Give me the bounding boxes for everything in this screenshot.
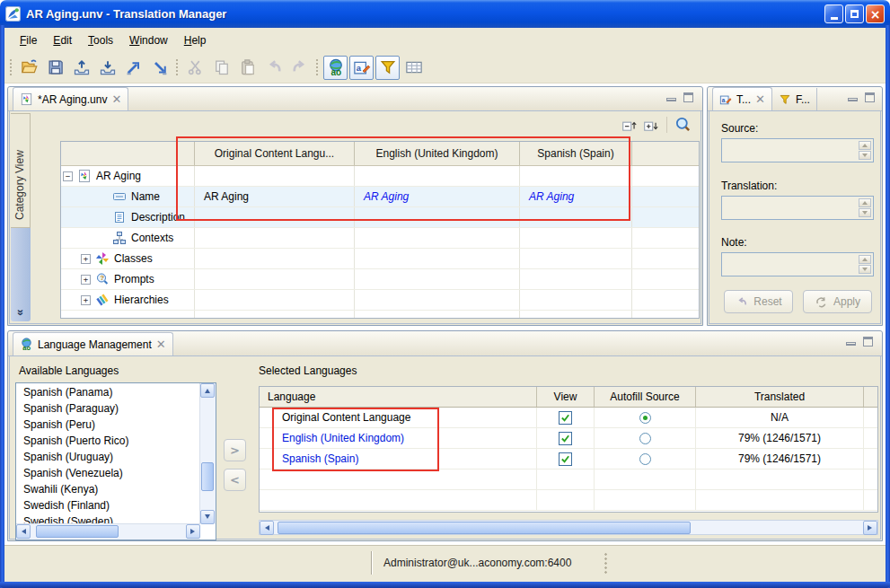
column-header-spanish[interactable]: Spanish (Spain) bbox=[519, 142, 631, 165]
tab-text-editor[interactable]: a T... ✕ bbox=[712, 87, 772, 110]
cell-original[interactable] bbox=[194, 166, 354, 186]
cell-original[interactable] bbox=[194, 269, 354, 289]
cell-english[interactable] bbox=[354, 249, 519, 268]
spin-down-icon[interactable] bbox=[859, 265, 871, 274]
menu-tools[interactable]: Tools bbox=[80, 31, 121, 49]
source-field-spinner[interactable] bbox=[859, 141, 871, 160]
spin-up-icon[interactable] bbox=[859, 255, 871, 264]
expand-toggle-icon[interactable]: + bbox=[81, 295, 91, 305]
column-header-translated[interactable]: Translated bbox=[695, 387, 863, 407]
scroll-right-button[interactable] bbox=[186, 524, 200, 539]
toolbar-grip[interactable] bbox=[9, 57, 13, 77]
menu-edit[interactable]: Edit bbox=[45, 31, 80, 49]
maximize-panel-icon[interactable] bbox=[863, 337, 873, 347]
cell-spanish[interactable] bbox=[519, 228, 631, 248]
tree-cell[interactable]: Description bbox=[61, 207, 194, 227]
toolbar-grip[interactable] bbox=[175, 57, 180, 77]
paste-button[interactable] bbox=[235, 56, 260, 80]
cell-english[interactable] bbox=[354, 269, 519, 289]
expand-toggle-icon[interactable]: + bbox=[81, 254, 91, 264]
close-icon[interactable]: ✕ bbox=[111, 93, 121, 105]
grid-view-button[interactable] bbox=[401, 56, 426, 80]
list-horizontal-scrollbar[interactable] bbox=[16, 523, 200, 540]
cell-original[interactable] bbox=[194, 249, 354, 268]
list-item-language[interactable]: Spanish (Panama) bbox=[17, 384, 199, 400]
export-arrow-button[interactable] bbox=[121, 56, 145, 80]
scroll-left-button[interactable] bbox=[16, 524, 31, 539]
collapse-toggle-icon[interactable]: − bbox=[63, 171, 73, 181]
close-icon[interactable]: ✕ bbox=[156, 338, 166, 350]
list-vertical-scrollbar[interactable] bbox=[199, 383, 216, 524]
tree-cell[interactable]: − AR Aging bbox=[61, 166, 194, 186]
list-item-language[interactable]: Spanish (Peru) bbox=[17, 417, 199, 433]
tree-cell[interactable]: + Hierarchies bbox=[61, 290, 194, 310]
reset-button[interactable]: Reset bbox=[724, 290, 793, 313]
note-field[interactable] bbox=[721, 252, 874, 276]
cell-language[interactable]: Spanish (Spain) bbox=[260, 449, 536, 469]
add-language-button[interactable]: > bbox=[224, 439, 246, 461]
cell-language[interactable]: Original Content Language bbox=[260, 408, 536, 427]
source-field[interactable] bbox=[721, 138, 874, 162]
toolbar-grip[interactable] bbox=[315, 57, 320, 77]
tree-cell[interactable]: + ? Prompts bbox=[61, 269, 194, 289]
collapse-category-view-icon[interactable]: « bbox=[13, 304, 28, 320]
expand-toggle-icon[interactable]: + bbox=[81, 275, 91, 285]
cell-english[interactable]: AR Aging bbox=[354, 187, 519, 206]
cell-english[interactable] bbox=[354, 290, 519, 310]
open-folder-button[interactable] bbox=[17, 56, 41, 80]
translation-editor-toggle-button[interactable]: a bbox=[349, 56, 374, 80]
editor-tab-ar-aging[interactable]: *AR Aging.unv ✕ bbox=[13, 87, 128, 110]
cell-original[interactable] bbox=[194, 228, 354, 248]
autofill-radio-unselected[interactable] bbox=[639, 433, 651, 444]
spin-up-icon[interactable] bbox=[859, 198, 871, 207]
list-item-language[interactable]: Swedish (Sweden) bbox=[17, 513, 199, 523]
scrollbar-thumb[interactable] bbox=[36, 525, 119, 538]
translation-field-spinner[interactable] bbox=[859, 198, 871, 217]
autofill-radio-selected[interactable] bbox=[639, 412, 651, 424]
window-close-button[interactable]: × bbox=[866, 4, 885, 23]
note-field-spinner[interactable] bbox=[859, 255, 871, 274]
minimize-panel-icon[interactable] bbox=[846, 342, 856, 346]
minimize-panel-icon[interactable] bbox=[666, 98, 676, 101]
maximize-panel-icon[interactable] bbox=[865, 92, 875, 102]
tree-cell[interactable]: Contexts bbox=[61, 228, 194, 248]
scrollbar-thumb[interactable] bbox=[278, 522, 691, 534]
filter-toggle-button[interactable] bbox=[375, 56, 400, 80]
minimize-panel-icon[interactable] bbox=[848, 98, 858, 101]
import-tray-button[interactable] bbox=[95, 56, 119, 80]
tree-cell[interactable]: Name bbox=[61, 187, 194, 206]
list-item-language[interactable]: Spanish (Venezuela) bbox=[17, 465, 199, 481]
spin-down-icon[interactable] bbox=[859, 151, 871, 160]
view-checkbox-checked[interactable] bbox=[559, 432, 572, 445]
table-horizontal-scrollbar[interactable] bbox=[259, 520, 878, 535]
cell-english[interactable] bbox=[354, 166, 519, 186]
cell-original[interactable] bbox=[194, 290, 354, 310]
close-icon[interactable]: ✕ bbox=[755, 93, 765, 105]
column-header-english[interactable]: English (United Kingdom) bbox=[354, 142, 519, 165]
cell-spanish[interactable] bbox=[519, 166, 631, 186]
cell-spanish[interactable] bbox=[519, 269, 631, 289]
language-management-toggle-button[interactable]: ao bbox=[323, 56, 348, 80]
list-item-language[interactable]: Swedish (Finland) bbox=[17, 497, 199, 513]
menu-window[interactable]: Window bbox=[121, 31, 176, 49]
column-header-original[interactable]: Original Content Langu... bbox=[194, 142, 354, 165]
cell-language[interactable]: English (United Kingdom) bbox=[260, 428, 536, 448]
cell-spanish[interactable] bbox=[519, 249, 631, 268]
window-minimize-button[interactable] bbox=[824, 4, 843, 23]
maximize-panel-icon[interactable] bbox=[683, 92, 693, 102]
list-item-language[interactable]: Spanish (Paraguay) bbox=[17, 400, 199, 417]
column-header-autofill-source[interactable]: Autofill Source bbox=[594, 387, 695, 407]
redo-button[interactable] bbox=[287, 56, 312, 80]
category-view-tab[interactable]: Category View bbox=[11, 113, 31, 228]
save-button[interactable] bbox=[43, 56, 67, 80]
view-checkbox-checked[interactable] bbox=[559, 411, 572, 425]
tree-cell[interactable]: + Classes bbox=[61, 249, 194, 268]
cell-english[interactable]: .... bbox=[354, 207, 519, 227]
scrollbar-thumb[interactable] bbox=[201, 462, 214, 491]
spin-up-icon[interactable] bbox=[859, 141, 871, 150]
menu-file[interactable]: File bbox=[12, 31, 45, 49]
cut-button[interactable] bbox=[183, 56, 207, 80]
translation-field[interactable] bbox=[721, 196, 874, 220]
cell-spanish[interactable]: .... bbox=[519, 207, 631, 227]
tab-filter[interactable]: F... bbox=[772, 88, 817, 110]
